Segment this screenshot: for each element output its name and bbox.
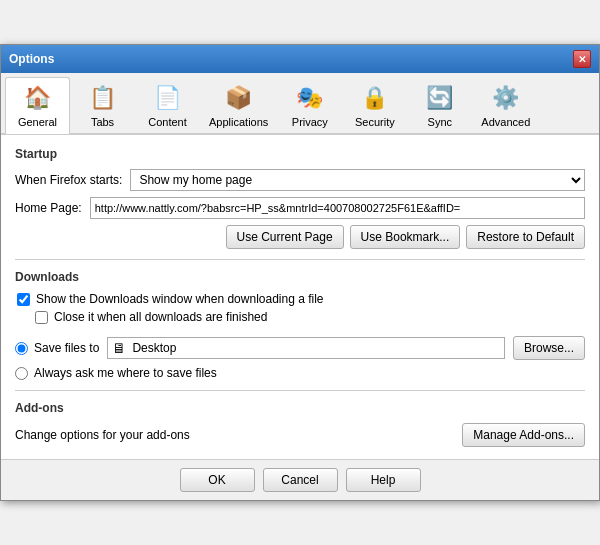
startup-section: Startup When Firefox starts: Show my hom… (15, 147, 585, 249)
homepage-label: Home Page: (15, 201, 82, 215)
tab-applications[interactable]: 📦 Applications (200, 77, 277, 134)
addons-row: Change options for your add-ons Manage A… (15, 423, 585, 447)
tab-general[interactable]: 🏠 General (5, 77, 70, 134)
save-files-label: Save files to (34, 341, 99, 355)
tab-tabs[interactable]: 📋 Tabs (70, 77, 135, 134)
tab-general-label: General (18, 116, 57, 128)
close-button[interactable]: ✕ (573, 50, 591, 68)
applications-icon: 📦 (223, 82, 255, 114)
tab-security-label: Security (355, 116, 395, 128)
save-location-display: 🖥 Desktop (107, 337, 505, 359)
divider-2 (15, 390, 585, 391)
browse-button[interactable]: Browse... (513, 336, 585, 360)
addons-description: Change options for your add-ons (15, 428, 190, 442)
close-when-done-checkbox[interactable] (35, 311, 48, 324)
tab-sync[interactable]: 🔄 Sync (407, 77, 472, 134)
window-title: Options (9, 52, 54, 66)
save-location-text: Desktop (132, 341, 176, 355)
close-when-done-label: Close it when all downloads are finished (54, 310, 267, 324)
tab-advanced-label: Advanced (481, 116, 530, 128)
cancel-button[interactable]: Cancel (263, 468, 338, 492)
tab-content[interactable]: 📄 Content (135, 77, 200, 134)
ask-where-radio[interactable] (15, 367, 28, 380)
homepage-input[interactable] (90, 197, 585, 219)
footer: OK Cancel Help (1, 459, 599, 500)
close-when-done-row: Close it when all downloads are finished (35, 310, 585, 324)
options-window: Options ✕ 🏠 General 📋 Tabs 📄 Content 📦 A… (0, 44, 600, 501)
addons-section: Add-ons Change options for your add-ons … (15, 401, 585, 447)
tab-security[interactable]: 🔒 Security (342, 77, 407, 134)
show-downloads-label: Show the Downloads window when downloadi… (36, 292, 324, 306)
when-label: When Firefox starts: (15, 173, 122, 187)
addons-title: Add-ons (15, 401, 585, 415)
main-content: Startup When Firefox starts: Show my hom… (1, 134, 599, 459)
help-button[interactable]: Help (346, 468, 421, 492)
startup-title: Startup (15, 147, 585, 161)
content-icon: 📄 (152, 82, 184, 114)
manage-addons-button[interactable]: Manage Add-ons... (462, 423, 585, 447)
use-bookmark-button[interactable]: Use Bookmark... (350, 225, 461, 249)
save-files-row: Save files to 🖥 Desktop Browse... (15, 336, 585, 360)
sync-icon: 🔄 (424, 82, 456, 114)
downloads-title: Downloads (15, 270, 585, 284)
tab-advanced[interactable]: ⚙️ Advanced (472, 77, 539, 134)
show-downloads-row: Show the Downloads window when downloadi… (17, 292, 585, 306)
startup-select[interactable]: Show my home page (130, 169, 585, 191)
tabs-icon: 📋 (87, 82, 119, 114)
downloads-section: Downloads Show the Downloads window when… (15, 270, 585, 380)
security-icon: 🔒 (359, 82, 391, 114)
title-bar: Options ✕ (1, 45, 599, 73)
tab-applications-label: Applications (209, 116, 268, 128)
use-current-page-button[interactable]: Use Current Page (226, 225, 344, 249)
startup-row: When Firefox starts: Show my home page (15, 169, 585, 191)
tab-tabs-label: Tabs (91, 116, 114, 128)
ask-where-row: Always ask me where to save files (15, 366, 585, 380)
ask-where-label: Always ask me where to save files (34, 366, 217, 380)
save-files-radio[interactable] (15, 342, 28, 355)
general-icon: 🏠 (22, 82, 54, 114)
tab-sync-label: Sync (428, 116, 452, 128)
divider-1 (15, 259, 585, 260)
tab-privacy-label: Privacy (292, 116, 328, 128)
advanced-icon: ⚙️ (490, 82, 522, 114)
toolbar: 🏠 General 📋 Tabs 📄 Content 📦 Application… (1, 73, 599, 134)
privacy-icon: 🎭 (294, 82, 326, 114)
show-downloads-checkbox[interactable] (17, 293, 30, 306)
restore-default-button[interactable]: Restore to Default (466, 225, 585, 249)
tab-privacy[interactable]: 🎭 Privacy (277, 77, 342, 134)
ok-button[interactable]: OK (180, 468, 255, 492)
desktop-icon: 🖥 (112, 340, 126, 356)
title-bar-buttons: ✕ (573, 50, 591, 68)
homepage-row: Home Page: (15, 197, 585, 219)
startup-buttons: Use Current Page Use Bookmark... Restore… (15, 225, 585, 249)
tab-content-label: Content (148, 116, 187, 128)
